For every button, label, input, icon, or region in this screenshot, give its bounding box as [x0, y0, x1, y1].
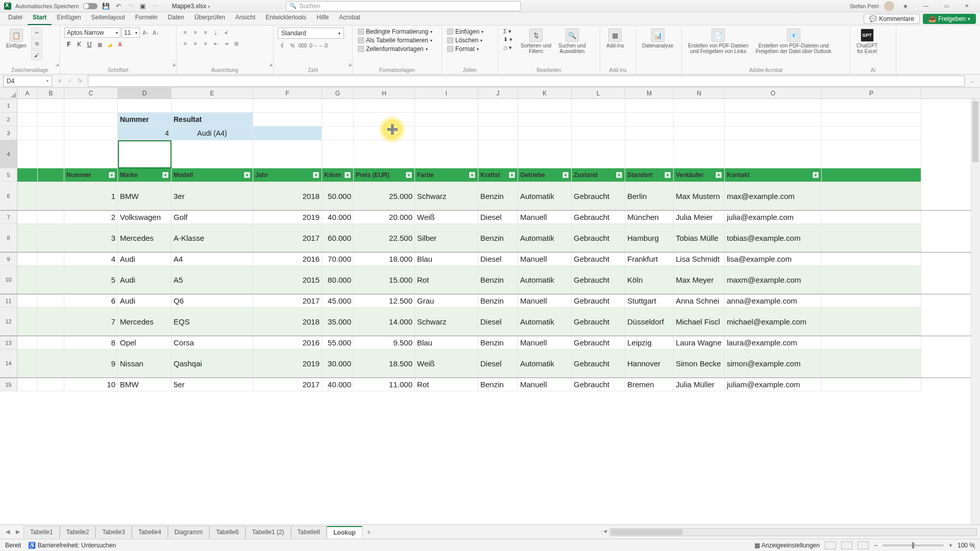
cell[interactable]: 2017 [253, 294, 322, 308]
cell[interactable] [17, 99, 38, 113]
cell[interactable] [38, 211, 64, 224]
cell[interactable] [38, 378, 64, 391]
row-header[interactable]: 4 [0, 140, 17, 168]
increase-decimal-icon[interactable]: .0→ [308, 41, 317, 50]
row-header[interactable]: 14 [0, 349, 17, 378]
cell[interactable] [625, 99, 674, 113]
cell[interactable]: Manuell [518, 211, 572, 224]
filter-dropdown-icon[interactable]: ▾ [344, 171, 351, 179]
dialog-launcher-icon[interactable]: ◢ [348, 62, 351, 67]
cell[interactable]: 2017 [253, 224, 322, 252]
indent-increase-icon[interactable]: ⇥ [222, 39, 231, 48]
cell[interactable] [322, 127, 354, 140]
align-bottom-icon[interactable]: ≡ [201, 28, 210, 37]
view-page-layout-icon[interactable] [841, 541, 852, 549]
cell[interactable] [118, 99, 172, 113]
cell[interactable]: maxm@example.com [725, 266, 822, 294]
cell[interactable]: Stuttgart [625, 294, 674, 308]
font-size-select[interactable]: 11▾ [121, 28, 140, 38]
worksheet-grid[interactable]: ABCDEFGHIJKLMNOP 12NummerResultat34Audi … [0, 88, 980, 524]
row-header[interactable]: 2 [0, 113, 17, 127]
format-as-table-button[interactable]: Als Tabelle formatieren▾ [357, 36, 433, 44]
cell[interactable] [38, 266, 64, 294]
cell[interactable]: Weiß [415, 211, 478, 224]
cell[interactable]: 2016 [253, 253, 322, 266]
cell[interactable]: Diesel [478, 349, 518, 378]
cell[interactable]: 5er [172, 378, 253, 391]
cell[interactable] [674, 140, 725, 168]
cell[interactable] [822, 336, 921, 349]
cell[interactable] [38, 349, 64, 378]
view-page-break-icon[interactable] [857, 541, 869, 549]
tab-formeln[interactable]: Formeln [130, 12, 163, 25]
cell[interactable]: Nissan [118, 349, 172, 378]
avatar[interactable] [884, 1, 894, 11]
cell[interactable] [64, 99, 118, 113]
sheet-tab[interactable]: Tabelle2 [60, 526, 96, 538]
cell[interactable] [17, 253, 38, 266]
cell[interactable]: Benzin [478, 266, 518, 294]
cell[interactable]: Michael Fiscl [674, 308, 725, 336]
search-box[interactable]: 🔍 Suchen [286, 1, 521, 11]
cell[interactable]: Hamburg [625, 224, 674, 252]
cut-icon[interactable]: ✂ [31, 28, 42, 38]
table-header[interactable]: Marke▾ [118, 168, 172, 182]
cell[interactable]: simon@example.com [725, 349, 822, 378]
sheet-tab[interactable]: Tabelle8 [291, 526, 327, 538]
currency-icon[interactable]: € [278, 41, 287, 50]
cell[interactable] [38, 224, 64, 252]
autosum-icon[interactable]: Σ ▾ [502, 28, 513, 35]
cell[interactable]: 4 [64, 253, 118, 266]
dialog-launcher-icon[interactable]: ◢ [56, 62, 59, 67]
cell[interactable] [17, 140, 38, 168]
cell[interactable]: Corsa [172, 336, 253, 349]
cell[interactable]: 2015 [253, 266, 322, 294]
cell[interactable]: 25.000 [354, 182, 415, 210]
filter-dropdown-icon[interactable]: ▾ [312, 171, 320, 179]
selected-cell[interactable] [118, 140, 172, 168]
cell[interactable] [354, 99, 415, 113]
cell[interactable]: 11.000 [354, 378, 415, 391]
cell[interactable]: Simon Becke [674, 349, 725, 378]
ribbon-collapse-icon[interactable]: ⌄ [973, 545, 977, 550]
merge-icon[interactable]: ⊞ [232, 39, 241, 48]
cell[interactable]: Schwarz [415, 182, 478, 210]
scroll-left-icon[interactable]: ◀ [601, 529, 609, 536]
restore-button[interactable]: ▭ [937, 1, 955, 11]
cell[interactable] [354, 113, 415, 127]
cell[interactable]: Resultat [172, 113, 253, 127]
cell[interactable]: julia@example.com [725, 211, 822, 224]
addins-button[interactable]: ▦Add-Ins [604, 28, 626, 49]
column-header-C[interactable]: C [64, 88, 118, 98]
cell-styles-button[interactable]: Zellenformatvorlagen▾ [357, 45, 433, 53]
cell[interactable] [625, 113, 674, 127]
cell[interactable]: 2019 [253, 349, 322, 378]
filter-dropdown-icon[interactable]: ▾ [562, 171, 569, 179]
cell[interactable]: max@example.com [725, 182, 822, 210]
cell[interactable]: Gebraucht [572, 253, 625, 266]
row-header[interactable]: 7 [0, 211, 17, 224]
cell[interactable]: Gebraucht [572, 349, 625, 378]
number-format-select[interactable]: Standard▾ [278, 28, 344, 39]
align-center-icon[interactable]: ≡ [191, 39, 200, 48]
cell[interactable] [625, 127, 674, 140]
cell[interactable]: Manuell [518, 294, 572, 308]
cell[interactable] [38, 99, 64, 113]
format-cells-button[interactable]: Format▾ [446, 45, 484, 53]
cell[interactable] [518, 140, 572, 168]
cell[interactable] [253, 113, 322, 127]
view-normal-icon[interactable] [825, 541, 836, 549]
delete-cells-button[interactable]: Löschen▾ [446, 36, 484, 44]
paste-button[interactable]: 📋Einfügen [4, 28, 28, 49]
table-header[interactable]: Verkäufer▾ [674, 168, 725, 182]
cell[interactable]: Hannover [625, 349, 674, 378]
find-select-button[interactable]: 🔍Suchen und Auswählen [556, 28, 587, 55]
sheet-tab[interactable]: Lookup [327, 526, 362, 538]
cell[interactable] [478, 127, 518, 140]
table-header[interactable]: Nummer▾ [64, 168, 118, 182]
cell[interactable]: michael@example.com [725, 308, 822, 336]
row-header[interactable]: 6 [0, 182, 17, 210]
cell[interactable]: Audi (A4) [172, 127, 253, 140]
cell[interactable] [478, 113, 518, 127]
cell[interactable]: Gebraucht [572, 182, 625, 210]
